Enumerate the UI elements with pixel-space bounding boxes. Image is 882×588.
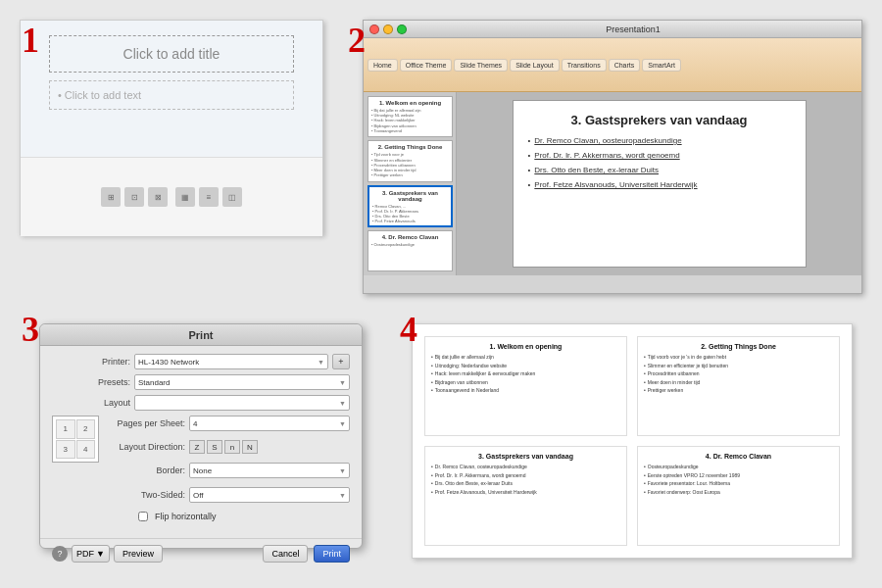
presets-select[interactable]: Standard ▼ (134, 374, 350, 390)
dialog-body: Printer: HL-1430 Network ▼ + Presets: St… (40, 346, 362, 534)
two-sided-value: Off (193, 491, 204, 500)
layout-icon-1[interactable]: ⊞ (101, 187, 121, 207)
two-sided-select[interactable]: Off ▼ (189, 487, 350, 503)
printed-slides-panel: 1. Welkom en opening •Bij dat jullie er … (412, 323, 853, 559)
layout-select[interactable]: ▼ (134, 395, 350, 411)
minimize-button[interactable] (383, 24, 393, 34)
print-slide-1: 1. Welkom en opening •Bij dat jullie er … (424, 336, 627, 436)
presets-label: Presets: (52, 377, 130, 387)
slide-canvas: Click to add title • Click to add text (21, 21, 322, 158)
printer-value: HL-1430 Network (138, 358, 199, 367)
ribbon-tab-slide-themes[interactable]: Slide Themes (454, 59, 508, 72)
dialog-title: Print (40, 324, 362, 346)
layout-direction-label: Layout Direction: (107, 442, 185, 452)
bullet-text-3: Drs. Otto den Beste, ex-leraar Duits (534, 165, 659, 176)
print-slide-4-bullets: •Oosteuropadeskundige •Eerste optreden V… (644, 464, 833, 496)
pdf-arrow-icon: ▼ (96, 549, 105, 559)
pages-per-sheet-value: 4 (193, 419, 197, 428)
ribbon-tab-smartart[interactable]: SmartArt (642, 59, 681, 72)
two-sided-arrow-icon: ▼ (339, 492, 346, 499)
layout-icon-3[interactable]: ⊠ (148, 187, 168, 207)
border-select[interactable]: None ▼ (189, 463, 350, 478)
footer-right: Cancel Print (263, 545, 350, 563)
direction-s[interactable]: S (207, 440, 222, 454)
slide-panel: 1. Welkom en opening • Bij dat jullie er… (364, 92, 457, 275)
dialog-footer: ? PDF ▼ Preview Cancel Print (40, 538, 362, 568)
ribbon-tab-charts[interactable]: Charts (609, 59, 641, 72)
slide-thumb-4[interactable]: 4. Dr. Remco Clavan • Oosteuropadeskundi… (368, 230, 453, 271)
pdf-button[interactable]: PDF ▼ (72, 545, 110, 563)
printer-row: Printer: HL-1430 Network ▼ + (52, 354, 350, 369)
slide-thumb-2[interactable]: 2. Getting Things Done • Tijd voorb voor… (368, 140, 453, 181)
layout-cell-4: 4 (76, 440, 96, 460)
window-titlebar: Presentation1 (364, 21, 861, 38)
title-placeholder[interactable]: Click to add title (49, 35, 294, 73)
bullet-text-4: Prof. Fetze Alsvanouds, Universiteit Har… (534, 179, 697, 191)
step-number-1: 1 (22, 20, 39, 61)
print-button[interactable]: Print (314, 545, 350, 563)
slide-editor-panel: Click to add title • Click to add text ⊞… (20, 20, 323, 235)
direction-z[interactable]: Z (189, 440, 205, 454)
help-button[interactable]: ? (52, 546, 68, 562)
two-sided-label: Two-Sided: (107, 490, 185, 500)
layout-direction-row: Layout Direction: Z S n N (107, 440, 350, 454)
layout-section: 1 2 3 4 Pages per Sheet: 4 ▼ Layout Dire… (52, 416, 350, 508)
slide-content-area: 3. Gastsprekers van vandaag • Dr. Remco … (457, 92, 861, 275)
print-slide-2-title: 2. Getting Things Done (644, 343, 833, 350)
step-number-4: 4 (400, 309, 417, 350)
border-label: Border: (107, 466, 185, 475)
print-dialog: Print Printer: HL-1430 Network ▼ + Prese… (39, 323, 363, 549)
bullet-dot-4: • (528, 179, 531, 191)
slide-thumb-3[interactable]: 3. Gastsprekers van vandaag • Remco Clav… (368, 185, 453, 227)
slide-thumb-1[interactable]: 1. Welkom en opening • Bij dat jullie er… (368, 96, 453, 137)
main-area: 1. Welkom en opening • Bij dat jullie er… (364, 92, 861, 275)
icon-group-2: ▦ ≡ ◫ (175, 187, 242, 207)
layout-row: Layout ▼ (52, 395, 350, 411)
ribbon-tab-slide-layout[interactable]: Slide Layout (510, 59, 560, 72)
close-button[interactable] (369, 24, 379, 34)
ribbon-tab-transitions[interactable]: Transitions (562, 59, 607, 72)
ribbon-tab-theme[interactable]: Office Theme (400, 59, 453, 72)
presentation-window: Presentation1 Home Office Theme Slide Th… (363, 20, 862, 294)
view-icon-2[interactable]: ≡ (199, 187, 219, 207)
two-sided-row: Two-Sided: Off ▼ (107, 487, 350, 503)
view-icon-3[interactable]: ◫ (222, 187, 242, 207)
window-title: Presentation1 (411, 24, 856, 34)
ribbon: Home Office Theme Slide Themes Slide Lay… (364, 38, 861, 92)
printer-add-button[interactable]: + (332, 354, 350, 369)
layout-preview: 1 2 3 4 (52, 416, 99, 463)
cancel-button[interactable]: Cancel (263, 545, 308, 563)
pages-per-sheet-row: Pages per Sheet: 4 ▼ (107, 416, 350, 431)
print-slide-1-title: 1. Welkom en opening (431, 343, 620, 350)
printer-label: Printer: (52, 357, 130, 367)
layout-icon-2[interactable]: ⊡ (124, 187, 144, 207)
pdf-label: PDF (76, 549, 94, 559)
layout-cell-1: 1 (56, 419, 75, 439)
bullet-2: • Prof. Dr. Ir. P. Akkermans, wordt geno… (528, 150, 791, 162)
pages-per-sheet-select[interactable]: 4 ▼ (189, 416, 350, 431)
layout-options: Pages per Sheet: 4 ▼ Layout Direction: Z… (107, 416, 350, 508)
bullet-dot-1: • (528, 135, 531, 147)
footer-left: ? PDF ▼ Preview (52, 545, 163, 563)
print-slide-2: 2. Getting Things Done •Tijd voorb voor … (637, 336, 840, 436)
main-slide-bullets: • Dr. Remco Clavan, oosteuropadeskundige… (528, 135, 791, 194)
view-icon-1[interactable]: ▦ (175, 187, 195, 207)
direction-n2[interactable]: N (242, 440, 258, 454)
print-slide-4: 4. Dr. Remco Clavan •Oosteuropadeskundig… (637, 446, 840, 546)
main-slide[interactable]: 3. Gastsprekers van vandaag • Dr. Remco … (513, 100, 807, 268)
flip-checkbox[interactable] (138, 512, 148, 521)
text-placeholder[interactable]: • Click to add text (49, 80, 294, 110)
direction-n1[interactable]: n (224, 440, 240, 454)
pages-per-sheet-arrow-icon: ▼ (339, 420, 346, 427)
ribbon-tab-home[interactable]: Home (368, 59, 398, 72)
print-slide-3: 3. Gastsprekers van vandaag •Dr. Remco C… (424, 446, 627, 546)
maximize-button[interactable] (397, 24, 407, 34)
print-slide-1-bullets: •Bij dat jullie er allemaal zijn •Uitnod… (431, 354, 620, 395)
layout-cell-3: 3 (56, 440, 75, 460)
printer-select[interactable]: HL-1430 Network ▼ (134, 354, 328, 369)
flip-row: Flip horizontally (138, 512, 350, 521)
presets-row: Presets: Standard ▼ (52, 374, 350, 390)
layout-label: Layout (52, 398, 130, 408)
layout-cell-2: 2 (76, 419, 96, 439)
preview-button[interactable]: Preview (114, 545, 163, 563)
